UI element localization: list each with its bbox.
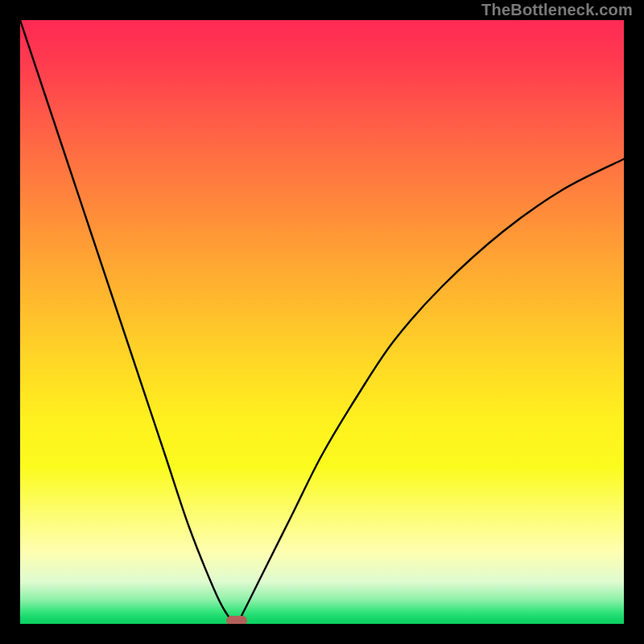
optimal-marker (226, 616, 247, 624)
background-gradient (20, 20, 624, 624)
plot-area (20, 20, 624, 624)
chart-frame: TheBottleneck.com (0, 0, 644, 644)
watermark-text: TheBottleneck.com (481, 2, 633, 18)
